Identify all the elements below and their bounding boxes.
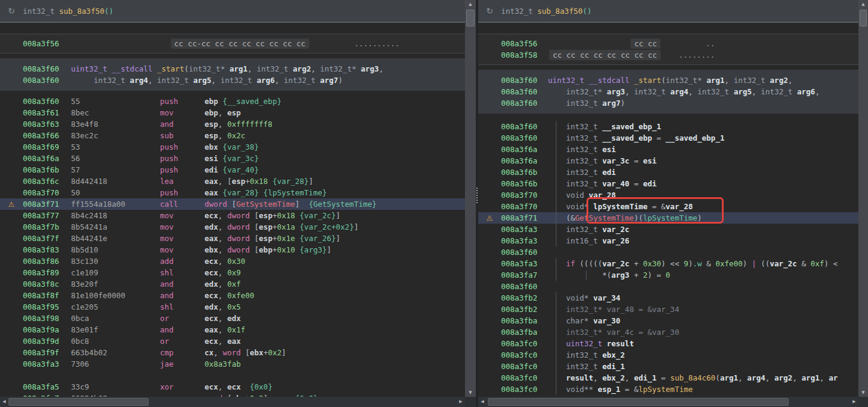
- asm-row[interactable]: 008a3fa37306jae0x8a3fab: [0, 358, 465, 370]
- bytes-row[interactable]: 008a3f56 cc cc-cc cc cc cc cc cc cc cc .…: [0, 38, 465, 49]
- asm-row[interactable]: 008a3f9f663b4b02cmpcx, word [ebx+0x2]: [0, 347, 465, 358]
- asm-row[interactable]: 008a3f9a83e01fandeax, 0x1f: [0, 324, 465, 335]
- left-vertical-scrollbar[interactable]: ▲ ▼: [465, 0, 476, 397]
- code-token: [548, 99, 566, 108]
- asm-row[interactable]: 008a3f95c1e205shledx, 0x5: [0, 301, 465, 313]
- scroll-up-button[interactable]: ▲: [858, 0, 868, 8]
- asm-row[interactable]: 008a3f6c8d442418leaeax, [esp+0x18 {var_2…: [0, 176, 465, 187]
- hlil-row[interactable]: 008a3f70void var_28: [478, 189, 859, 201]
- hlil-row[interactable]: 008a3f70void* lpSystemTime = &var_28: [478, 201, 859, 212]
- asm-row[interactable]: 008a3f838b5d10movebx, dword [ebp+0x10 {a…: [0, 244, 465, 256]
- hlil-row[interactable]: 008a3fc0uint32_t result: [478, 338, 859, 349]
- signature-row[interactable]: 008a3f60uint32_t __stdcall _start(int32_…: [0, 63, 465, 75]
- hlil-row[interactable]: 008a3fc0result, ebx_2, edi_1 = sub_8a4c6…: [478, 372, 859, 384]
- asm-row[interactable]: 008a3f6a56pushesi {var_3c}: [0, 153, 465, 164]
- hlil-row[interactable]: 008a3f60: [478, 246, 859, 258]
- asm-row[interactable]: 008a3f618becmovebp, esp: [0, 107, 465, 118]
- code: int32_t arg7): [548, 97, 625, 109]
- code-token: )(: [634, 213, 643, 222]
- asm-row[interactable]: 008a3f89c1e109shlecx, 0x9: [0, 267, 465, 278]
- bytes-row[interactable]: 008a3f58cc cc cc cc cc cc cc cc ........: [478, 49, 859, 61]
- asm-row[interactable]: 008a3fa533c9xorecx, ecx {0x0}: [0, 381, 465, 393]
- code-token: ,: [815, 87, 820, 96]
- right-vscroll-thumb[interactable]: [860, 10, 867, 26]
- asm-row[interactable]: 008a3f8c83e20fandedx, 0xf: [0, 278, 465, 290]
- signature-row[interactable]: 008a3f60 int32_t arg7): [478, 97, 859, 109]
- asm-row[interactable]: 008a3f7050pusheax {var_28} {lpSystemTime…: [0, 187, 465, 198]
- hlil-row[interactable]: 008a3fc0void** esp_1 = &lpSystemTime: [478, 384, 859, 395]
- refresh-icon[interactable]: ↻: [478, 6, 501, 16]
- hlil-row[interactable]: 008a3fbaint32_t* var_4c = &var_30: [478, 326, 859, 338]
- code-token: GetSystemTime: [575, 213, 634, 222]
- code-token: int32_t: [566, 168, 598, 177]
- asm-row[interactable]: 008a3f6953pushebx {var_38}: [0, 141, 465, 153]
- hlil-row[interactable]: 008a3fc0int32_t ebx_2: [478, 349, 859, 361]
- asm-row[interactable]: 008a3f8683c130addecx, 0x30: [0, 256, 465, 267]
- hlil-row[interactable]: 008a3f6bint32_t var_40 = edi: [478, 178, 859, 189]
- scroll-down-button[interactable]: ▼: [465, 388, 476, 397]
- code-token: lpSystemTime: [638, 385, 692, 394]
- signature-row[interactable]: 008a3f60 int32_t arg4, int32_t arg5, int…: [0, 75, 465, 86]
- mnemonic: mov: [160, 107, 205, 118]
- asm-row[interactable]: 008a3f9d0bc8orecx, eax: [0, 335, 465, 347]
- asm-row[interactable]: 008a3f7f8b44241emoveax, dword [esp+0x1e …: [0, 233, 465, 244]
- asm-row[interactable]: 008a3f6055pushebp {__saved_ebp}: [0, 96, 465, 107]
- code-token: [602, 87, 607, 96]
- code-token: int32_t*: [566, 87, 602, 96]
- hlil-row[interactable]: 008a3fc0int32_t edi_1: [478, 361, 859, 372]
- hlil-row[interactable]: 008a3f6aint32_t var_3c = esi: [478, 155, 859, 167]
- pane-splitter[interactable]: [476, 0, 478, 407]
- hlil-row[interactable]: 008a3f60int32_t __saved_ebp_1: [478, 121, 859, 132]
- scroll-down-button[interactable]: ▼: [858, 388, 868, 397]
- asm-row[interactable]: 008a3f980bcaorecx, edx: [0, 313, 465, 324]
- asm-row[interactable]: 008a3f7b8b54241amovedx, dword [esp+0x1a …: [0, 221, 465, 233]
- right-horizontal-scrollbar[interactable]: ◀ ▶: [478, 397, 858, 407]
- signature-row[interactable]: 008a3f60uint32_t __stdcall _start(int32_…: [478, 75, 859, 86]
- bytes-row[interactable]: 008a3f56 cc cc ..: [478, 38, 859, 49]
- address: 008a3f6b: [501, 178, 538, 189]
- scroll-left-button[interactable]: ◀: [0, 397, 8, 407]
- code-token: esp_1: [598, 385, 621, 394]
- hlil-row[interactable]: 008a3f60int32_t __saved_ebp = __saved_eb…: [478, 132, 859, 144]
- scroll-right-button[interactable]: ▶: [850, 397, 858, 407]
- hlil-row[interactable]: 008a3fa7 │ *(arg3 + 2) = 0: [478, 269, 859, 281]
- hlil-row[interactable]: 008a3fa3int32_t var_2c: [478, 224, 859, 235]
- code-token: ,: [688, 87, 697, 96]
- code: int32_t ebx_2: [556, 349, 625, 361]
- left-vscroll-thumb[interactable]: [466, 10, 475, 26]
- hlil-row[interactable]: 008a3f60: [478, 281, 859, 292]
- scroll-left-button[interactable]: ◀: [478, 397, 487, 407]
- code-token: [241, 382, 250, 391]
- right-hscroll-thumb[interactable]: [488, 398, 789, 406]
- hlil-row[interactable]: 008a3fbachar* var_30: [478, 315, 859, 326]
- asm-row[interactable]: ⚠008a3f71ff1554a18a00calldword [GetSyste…: [0, 198, 465, 210]
- code-token: eax: [205, 177, 218, 186]
- left-horizontal-scrollbar[interactable]: ◀ ▶: [0, 397, 465, 407]
- right-vertical-scrollbar[interactable]: ▲ ▼: [858, 0, 868, 397]
- code-token: int32_t: [566, 145, 598, 154]
- scroll-right-button[interactable]: ▶: [457, 397, 465, 407]
- address: 008a3f71: [501, 212, 538, 224]
- refresh-icon[interactable]: ↻: [0, 6, 23, 16]
- code-token: ,: [218, 131, 227, 140]
- asm-row[interactable]: 008a3f6383e4f8andesp, 0xfffffff8: [0, 118, 465, 130]
- asm-row[interactable]: 008a3f8f81e100fe0000andecx, 0xfe00: [0, 290, 465, 301]
- hlil-row[interactable]: ⚠008a3f71(&GetSystemTime)(lpSystemTime): [478, 212, 859, 224]
- hlil-row[interactable]: 008a3fb2int32_t* var_48 = &var_34: [478, 304, 859, 315]
- hlil-row[interactable]: 008a3f6bint32_t edi: [478, 167, 859, 178]
- hlil-row[interactable]: 008a3f6aint32_t esi: [478, 144, 859, 155]
- opcode-bytes: cc cc-cc cc cc cc cc cc cc cc: [171, 38, 309, 49]
- address: 008a3f9d: [23, 335, 60, 347]
- hlil-row[interactable]: 008a3fa3if (((((var_2c + 0x30) << 9).w &…: [478, 258, 859, 269]
- hlil-row[interactable]: 008a3fb2void* var_34: [478, 292, 859, 304]
- asm-row[interactable]: 008a3f6683ec2csubesp, 0x2c: [0, 130, 465, 141]
- splitter-grip-icon[interactable]: [476, 188, 478, 203]
- code-token: edx: [205, 302, 218, 311]
- asm-row[interactable]: 008a3f778b4c2418movecx, dword [esp+0x18 …: [0, 210, 465, 221]
- asm-row[interactable]: 008a3f6b57pushedi {var_40}: [0, 164, 465, 176]
- signature-row[interactable]: 008a3f60 int32_t* arg3, int32_t arg4, in…: [478, 86, 859, 97]
- hlil-row[interactable]: 008a3fa3int16_t var_26: [478, 235, 859, 246]
- scroll-up-button[interactable]: ▲: [465, 0, 476, 8]
- left-hscroll-thumb[interactable]: [8, 398, 149, 406]
- asm-row[interactable]: [0, 370, 465, 381]
